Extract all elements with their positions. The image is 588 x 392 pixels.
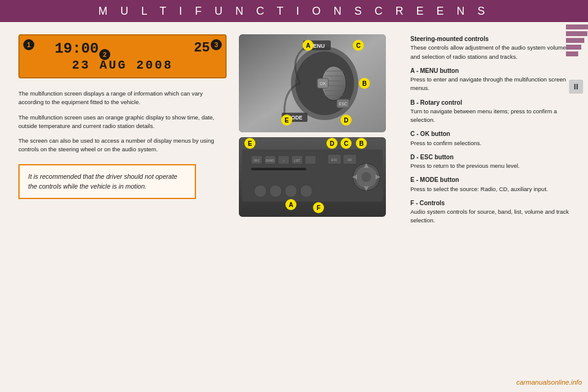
right-text-0: Steering-mounted controls These controls… <box>410 34 570 61</box>
svg-text:ESC: ESC <box>331 158 338 162</box>
steering-control-image: OK ESC MENU MODE A C <box>239 34 386 132</box>
badge-1: 1 <box>23 39 34 50</box>
right-text-6: F - Controls Audio system controls for s… <box>410 198 570 225</box>
svg-text:E: E <box>285 117 289 124</box>
right-text-5: E - MODE button Press to select the sour… <box>410 175 570 194</box>
svg-text:E: E <box>248 140 252 147</box>
svg-text:ESC: ESC <box>339 102 347 106</box>
left-column: 1 19:00 25° 2 3 23 AUG 2008 The multifun… <box>18 34 227 380</box>
svg-text:A: A <box>288 202 293 208</box>
svg-text:SRC: SRC <box>254 159 260 162</box>
steering-svg: OK ESC MENU MODE A C <box>239 34 386 132</box>
svg-text:LIST: LIST <box>294 159 301 162</box>
display-time: 19:00 <box>27 40 99 57</box>
left-text-1: The multifunction screen displays a rang… <box>18 89 227 107</box>
multifunction-display: 1 19:00 25° 2 3 23 AUG 2008 <box>18 34 227 78</box>
svg-text:D: D <box>330 140 334 147</box>
right-text-4: D - ESC button Press to return to the pr… <box>410 153 570 171</box>
stripe-5 <box>566 51 578 56</box>
svg-rect-35 <box>305 156 316 164</box>
svg-point-52 <box>270 185 282 197</box>
svg-text:OK: OK <box>320 81 326 86</box>
svg-text:B: B <box>362 80 366 87</box>
center-column: OK ESC MENU MODE A C <box>239 34 392 380</box>
left-text-2: The multifunction screen uses an orange … <box>18 113 227 131</box>
audio-svg: SRC BAND ♪ LIST ESC OK <box>239 137 386 217</box>
main-content: 1 19:00 25° 2 3 23 AUG 2008 The multifun… <box>0 22 588 392</box>
svg-rect-30 <box>251 168 306 170</box>
badge-3: 3 <box>211 39 222 50</box>
stripe-2 <box>566 31 587 36</box>
page-title: M U L T I F U N C T I O N S C R E E N S <box>98 5 489 18</box>
svg-text:C: C <box>344 140 348 147</box>
svg-text:B: B <box>359 140 363 147</box>
left-text-3: The screen can also be used to access a … <box>18 137 227 154</box>
stripe-1 <box>566 24 588 29</box>
svg-point-54 <box>300 185 312 197</box>
svg-point-51 <box>254 185 266 197</box>
svg-text:C: C <box>356 42 360 49</box>
decorative-stripes <box>564 22 588 71</box>
audio-control-image: SRC BAND ♪ LIST ESC OK <box>239 137 386 217</box>
display-date: 23 AUG 2008 <box>27 58 218 72</box>
stripe-3 <box>566 38 584 43</box>
section-label: II <box>569 80 583 94</box>
warning-text: It is recommended that the driver should… <box>28 173 177 190</box>
svg-text:A: A <box>306 42 310 49</box>
right-column: Steering-mounted controls These controls… <box>404 34 570 380</box>
svg-text:OK: OK <box>347 158 352 162</box>
right-text-2: B - Rotary control Turn to navigate betw… <box>410 98 570 125</box>
right-text-1: A - MENU button Press to enter and navig… <box>410 66 570 93</box>
svg-text:F: F <box>317 205 320 211</box>
svg-point-46 <box>361 172 371 182</box>
right-text-3: C - OK button Press to confirm selection… <box>410 129 570 148</box>
bottom-logo: carmanualsonline.info <box>516 379 582 386</box>
page-header: M U L T I F U N C T I O N S C R E E N S <box>0 0 588 22</box>
warning-box: It is recommended that the driver should… <box>18 164 196 200</box>
svg-text:D: D <box>344 117 348 124</box>
badge-2: 2 <box>99 49 110 60</box>
svg-text:BAND: BAND <box>266 159 274 162</box>
stripe-4 <box>566 45 581 50</box>
svg-point-53 <box>285 185 297 197</box>
